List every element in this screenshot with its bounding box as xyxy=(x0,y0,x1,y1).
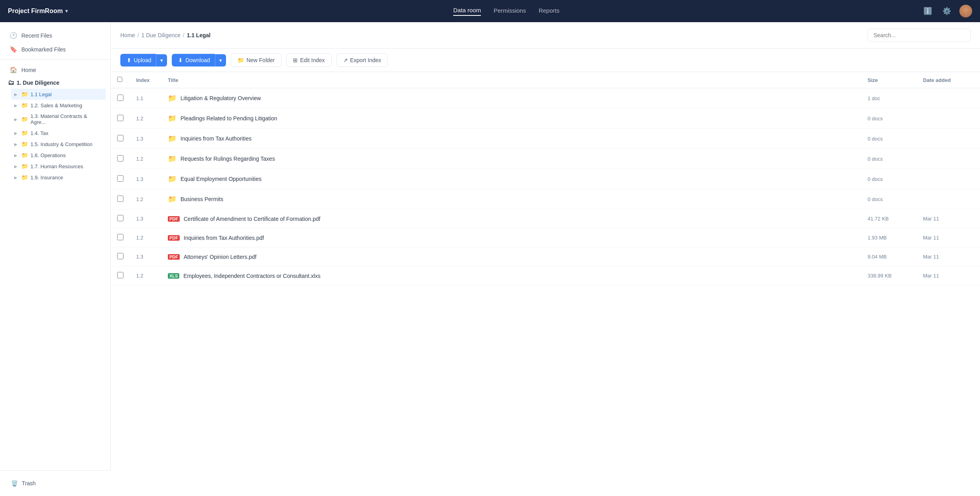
row-size: 41.72 KB xyxy=(861,209,917,228)
row-title[interactable]: 📁 Pleadings Related to Pending Litigatio… xyxy=(161,108,861,129)
breadcrumb-home[interactable]: Home xyxy=(120,32,135,38)
row-date xyxy=(917,129,980,149)
row-checkbox-cell[interactable] xyxy=(111,247,130,266)
row-title[interactable]: 📁 Inquiries from Tax Authorities xyxy=(161,129,861,149)
row-title[interactable]: 📁 Requests for Rulings Regarding Taxes xyxy=(161,149,861,169)
tab-reports[interactable]: Reports xyxy=(539,7,560,15)
folder-icon-1-2: 📁 xyxy=(21,102,28,108)
settings-icon[interactable]: ⚙️ xyxy=(940,5,953,17)
row-title[interactable]: PDF Attorneys' Opinion Letters.pdf xyxy=(161,247,861,266)
table-row[interactable]: 1.3 📁 Equal Employment Opportunities 0 d… xyxy=(111,169,980,189)
download-button[interactable]: ⬇ Download xyxy=(172,54,215,67)
row-checkbox[interactable] xyxy=(117,215,123,221)
pdf-icon: PDF xyxy=(168,216,180,222)
upload-dropdown-button[interactable]: ▾ xyxy=(156,54,167,67)
tab-permissions[interactable]: Permissions xyxy=(494,7,526,15)
tree-children: ▶ 📁 1.1 Legal ▶ 📁 1.2. Sales & Marketing… xyxy=(5,89,106,183)
row-checkbox[interactable] xyxy=(117,272,123,278)
expand-icon-1-4: ▶ xyxy=(14,131,19,135)
table-row[interactable]: 1.2 📁 Pleadings Related to Pending Litig… xyxy=(111,108,980,129)
row-checkbox[interactable] xyxy=(117,95,123,101)
sidebar-item-1-9-insurance[interactable]: ▶ 📁 1.9. Insurance xyxy=(11,172,106,183)
row-checkbox[interactable] xyxy=(117,175,123,182)
row-title[interactable]: 📁 Business Permits xyxy=(161,189,861,209)
row-title[interactable]: XLS Employees, Independent Contractors o… xyxy=(161,266,861,285)
table-row[interactable]: 1.2 XLS Employees, Independent Contracto… xyxy=(111,266,980,285)
sidebar-item-trash[interactable]: 🗑️ Trash xyxy=(6,477,104,490)
tree-parent-label: 1. Due Diligence xyxy=(17,80,59,86)
sidebar-item-1-5-industry[interactable]: ▶ 📁 1.5. Industry & Competition xyxy=(11,139,106,150)
table-row[interactable]: 1.2 📁 Business Permits 0 docs xyxy=(111,189,980,209)
row-date: Mar 11 xyxy=(917,209,980,228)
table-row[interactable]: 1.2 📁 Requests for Rulings Regarding Tax… xyxy=(111,149,980,169)
export-index-button[interactable]: ↗ Export Index xyxy=(336,53,388,67)
row-date xyxy=(917,88,980,108)
pdf-icon: PDF xyxy=(168,254,180,260)
new-folder-button[interactable]: 📁 New Folder xyxy=(231,53,282,67)
table-row[interactable]: 1.3 PDF Attorneys' Opinion Letters.pdf 9… xyxy=(111,247,980,266)
recent-files-label: Recent Files xyxy=(21,32,52,39)
row-index: 1.2 xyxy=(130,108,161,129)
row-checkbox[interactable] xyxy=(117,135,123,141)
sidebar-item-1-2-sales[interactable]: ▶ 📁 1.2. Sales & Marketing xyxy=(11,100,106,111)
row-checkbox-cell[interactable] xyxy=(111,88,130,108)
avatar-image xyxy=(959,5,972,17)
sidebar-item-1-3-material[interactable]: ▶ 📁 1.3. Material Contracts & Agre... xyxy=(11,111,106,127)
row-size: 0 docs xyxy=(861,149,917,169)
sidebar-divider-1 xyxy=(0,59,110,60)
sidebar-item-home[interactable]: 🏠 Home xyxy=(5,63,106,77)
breadcrumb: Home / 1 Due Diligence / 1.1 Legal xyxy=(120,32,211,38)
row-checkbox-cell[interactable] xyxy=(111,149,130,169)
tab-data-room[interactable]: Data room xyxy=(453,7,481,16)
row-checkbox-cell[interactable] xyxy=(111,209,130,228)
row-checkbox-cell[interactable] xyxy=(111,129,130,149)
brand-logo[interactable]: Project FirmRoom ▾ xyxy=(8,8,68,15)
table-body: 1.1 📁 Litigation & Regulatory Overview 1… xyxy=(111,88,980,285)
row-title[interactable]: 📁 Litigation & Regulatory Overview xyxy=(161,88,861,108)
table-row[interactable]: 1.3 📁 Inquiries from Tax Authorities 0 d… xyxy=(111,129,980,149)
row-size: 1.93 MB xyxy=(861,228,917,247)
sidebar-item-1-1-legal[interactable]: ▶ 📁 1.1 Legal xyxy=(11,89,106,100)
row-checkbox-cell[interactable] xyxy=(111,108,130,129)
user-avatar[interactable] xyxy=(959,5,972,17)
row-checkbox[interactable] xyxy=(117,253,123,259)
sidebar-item-recent[interactable]: 🕐 Recent Files xyxy=(5,29,106,42)
row-checkbox-cell[interactable] xyxy=(111,266,130,285)
info-icon[interactable]: ℹ️ xyxy=(921,5,934,17)
row-checkbox[interactable] xyxy=(117,234,123,240)
row-title-text: Litigation & Regulatory Overview xyxy=(180,95,261,101)
expand-icon-1-1: ▶ xyxy=(14,92,19,97)
row-checkbox[interactable] xyxy=(117,155,123,162)
search-input[interactable] xyxy=(868,29,971,42)
main-content: Home / 1 Due Diligence / 1.1 Legal ⬆ Upl… xyxy=(111,22,980,496)
select-all-checkbox[interactable] xyxy=(117,77,122,82)
table-row[interactable]: 1.2 PDF Inquiries from Tax Authorities.p… xyxy=(111,228,980,247)
row-checkbox[interactable] xyxy=(117,115,123,121)
sidebar-item-1-4-tax[interactable]: ▶ 📁 1.4. Tax xyxy=(11,127,106,139)
row-checkbox-cell[interactable] xyxy=(111,189,130,209)
th-title: Title xyxy=(161,72,861,88)
row-index: 1.2 xyxy=(130,149,161,169)
row-title[interactable]: PDF Certificate of Amendment to Certific… xyxy=(161,209,861,228)
row-title[interactable]: PDF Inquiries from Tax Authorities.pdf xyxy=(161,228,861,247)
table-row[interactable]: 1.1 📁 Litigation & Regulatory Overview 1… xyxy=(111,88,980,108)
row-checkbox-cell[interactable] xyxy=(111,169,130,189)
row-checkbox[interactable] xyxy=(117,196,123,202)
row-title[interactable]: 📁 Equal Employment Opportunities xyxy=(161,169,861,189)
sidebar-item-bookmarked[interactable]: 🔖 Bookmarked Files xyxy=(5,42,106,56)
home-icon: 🏠 xyxy=(9,66,17,74)
row-checkbox-cell[interactable] xyxy=(111,228,130,247)
breadcrumb-parent[interactable]: 1 Due Diligence xyxy=(141,32,180,38)
edit-index-button[interactable]: ⊞ Edit Index xyxy=(286,53,331,67)
download-dropdown-button[interactable]: ▾ xyxy=(215,54,226,67)
sidebar-item-1-6-operations[interactable]: ▶ 📁 1.6. Operations xyxy=(11,150,106,161)
sidebar-item-1-7-hr[interactable]: ▶ 📁 1.7. Human Resources xyxy=(11,161,106,172)
upload-button[interactable]: ⬆ Upload xyxy=(120,54,156,67)
sidebar: 🕐 Recent Files 🔖 Bookmarked Files 🏠 Home… xyxy=(0,22,111,496)
th-size: Size xyxy=(861,72,917,88)
row-index: 1.3 xyxy=(130,129,161,149)
row-date: Mar 11 xyxy=(917,247,980,266)
table-row[interactable]: 1.3 PDF Certificate of Amendment to Cert… xyxy=(111,209,980,228)
folder-icon-1-6: 📁 xyxy=(21,152,28,158)
tree-parent-due-diligence[interactable]: 🗂 1. Due Diligence xyxy=(5,77,106,89)
